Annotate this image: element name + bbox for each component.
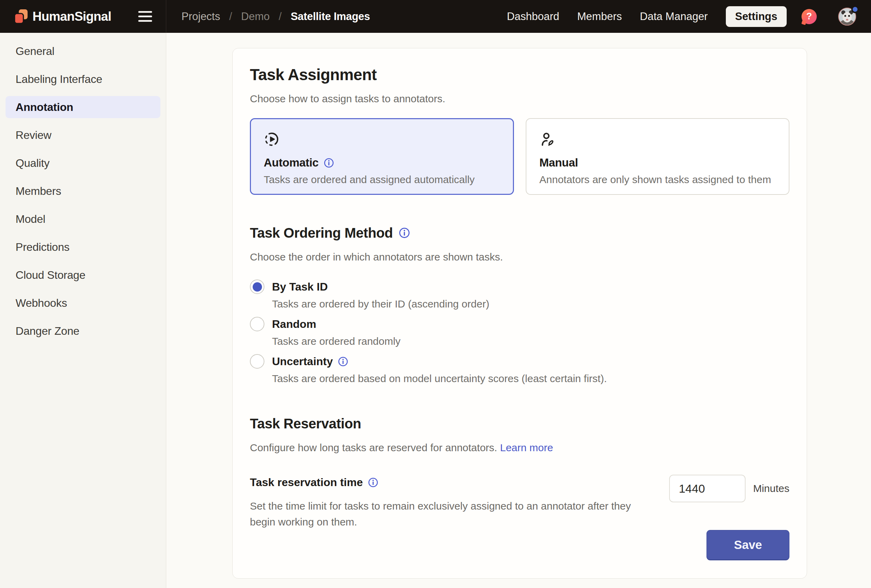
task-reservation-title-row: Task Reservation	[250, 415, 789, 433]
assignment-option-manual[interactable]: Manual Annotators are only shown tasks a…	[526, 118, 790, 195]
sidebar-item-danger-zone[interactable]: Danger Zone	[6, 320, 160, 342]
radio-button[interactable]	[250, 317, 265, 331]
save-button[interactable]: Save	[706, 530, 789, 560]
random-label[interactable]: Random	[272, 316, 789, 332]
breadcrumb-current-page: Satellite Images	[291, 10, 370, 23]
automatic-title-row: Automatic	[264, 156, 500, 169]
radio-option-by-task-id: By Task ID Tasks are ordered by their ID…	[250, 279, 789, 311]
help-bubble-icon[interactable]: ?	[802, 9, 817, 24]
humansignal-logo[interactable]: HumanSignal	[15, 9, 111, 24]
hamburger-menu-icon[interactable]	[138, 9, 153, 24]
sidebar-item-model[interactable]: Model	[6, 208, 160, 230]
sidebar-item-annotation[interactable]: Annotation	[6, 96, 160, 118]
automatic-label: Automatic	[264, 156, 319, 169]
task-ordering-subtitle: Choose the order in which annotators are…	[250, 250, 789, 264]
breadcrumb-projects[interactable]: Projects	[181, 10, 220, 23]
sidebar-item-quality[interactable]: Quality	[6, 152, 160, 174]
radio-button[interactable]	[250, 354, 265, 369]
manual-description: Annotators are only shown tasks assigned…	[540, 174, 776, 185]
nav-settings-active[interactable]: Settings	[726, 6, 787, 27]
by-task-id-label[interactable]: By Task ID	[272, 279, 789, 294]
sidebar-item-general[interactable]: General	[6, 40, 160, 62]
info-icon[interactable]	[398, 227, 410, 239]
reservation-time-row: Task reservation time Set the time limit…	[250, 475, 789, 530]
reservation-time-input[interactable]	[669, 475, 745, 502]
uncertainty-label[interactable]: Uncertainty	[272, 354, 789, 369]
info-icon[interactable]	[368, 477, 379, 488]
task-reservation-subtitle: Configure how long tasks are reserved fo…	[250, 441, 789, 455]
breadcrumb: Projects / Demo / Satellite Images	[181, 10, 370, 23]
uncertainty-description: Tasks are ordered based on model uncerta…	[272, 372, 789, 385]
task-reservation-title: Task Reservation	[250, 415, 361, 433]
sidebar-item-review[interactable]: Review	[6, 124, 160, 146]
breadcrumb-separator: /	[229, 10, 232, 23]
breadcrumb-separator: /	[278, 10, 282, 23]
person-edit-icon	[540, 131, 555, 147]
assignment-options: Automatic Tasks are ordered and assigned…	[250, 118, 789, 195]
manual-label: Manual	[540, 156, 578, 169]
nav-members[interactable]: Members	[577, 10, 622, 23]
reservation-time-right: Minutes	[669, 475, 789, 502]
random-text: Random	[272, 316, 316, 332]
manual-title-row: Manual	[540, 156, 776, 169]
top-navigation: Dashboard Members Data Manager Settings	[507, 6, 787, 27]
play-dashed-circle-icon	[264, 131, 280, 147]
presence-dot-badge	[851, 6, 859, 13]
task-ordering-title: Task Ordering Method	[250, 224, 393, 242]
task-assignment-title: Task Assignment	[250, 65, 789, 84]
radio-option-uncertainty: Uncertainty Tasks are ordered based on m…	[250, 354, 789, 385]
radio-button-selected[interactable]	[250, 279, 265, 294]
user-avatar[interactable]	[838, 7, 856, 25]
reservation-time-label: Task reservation time	[250, 475, 363, 490]
random-description: Tasks are ordered randomly	[272, 334, 789, 348]
save-row: Save	[250, 530, 789, 560]
nav-data-manager[interactable]: Data Manager	[640, 10, 708, 23]
main-panel: Task Assignment Choose how to assign tas…	[166, 33, 871, 588]
sidebar-item-webhooks[interactable]: Webhooks	[6, 292, 160, 314]
sidebar-item-labeling-interface[interactable]: Labeling Interface	[6, 68, 160, 90]
task-assignment-subtitle: Choose how to assign tasks to annotators…	[250, 92, 789, 106]
top-bar: HumanSignal Projects / Demo / Satellite …	[0, 0, 871, 33]
sidebar-item-members[interactable]: Members	[6, 180, 160, 202]
info-icon[interactable]	[323, 158, 334, 168]
sidebar-item-predictions[interactable]: Predictions	[6, 236, 160, 258]
reservation-time-left: Task reservation time Set the time limit…	[250, 475, 658, 530]
by-task-id-text: By Task ID	[272, 279, 328, 294]
question-mark-glyph: ?	[807, 11, 812, 22]
task-ordering-title-row: Task Ordering Method	[250, 224, 789, 242]
topbar-left-section: HumanSignal	[0, 0, 166, 33]
info-icon[interactable]	[338, 356, 349, 367]
logo-text: HumanSignal	[33, 9, 111, 24]
task-reservation-subtitle-text: Configure how long tasks are reserved fo…	[250, 442, 497, 453]
ordering-radio-group: By Task ID Tasks are ordered by their ID…	[250, 279, 789, 385]
humansignal-logo-icon	[15, 9, 28, 24]
sidebar-item-cloud-storage[interactable]: Cloud Storage	[6, 264, 160, 286]
breadcrumb-project-name[interactable]: Demo	[241, 10, 270, 23]
automatic-description: Tasks are ordered and assigned automatic…	[264, 174, 500, 185]
uncertainty-text: Uncertainty	[272, 354, 333, 369]
reservation-time-description: Set the time limit for tasks to remain e…	[250, 498, 658, 530]
nav-dashboard[interactable]: Dashboard	[507, 10, 559, 23]
annotation-settings-card: Task Assignment Choose how to assign tas…	[232, 48, 807, 579]
reservation-time-label-row: Task reservation time	[250, 475, 658, 490]
minutes-unit-label: Minutes	[753, 483, 789, 494]
app-window: HumanSignal Projects / Demo / Satellite …	[0, 0, 871, 588]
by-task-id-description: Tasks are ordered by their ID (ascending…	[272, 297, 789, 311]
settings-sidebar: General Labeling Interface Annotation Re…	[0, 33, 166, 588]
radio-option-random: Random Tasks are ordered randomly	[250, 316, 789, 348]
learn-more-link[interactable]: Learn more	[500, 442, 553, 453]
assignment-option-automatic[interactable]: Automatic Tasks are ordered and assigned…	[250, 118, 514, 195]
content-area: General Labeling Interface Annotation Re…	[0, 33, 871, 588]
